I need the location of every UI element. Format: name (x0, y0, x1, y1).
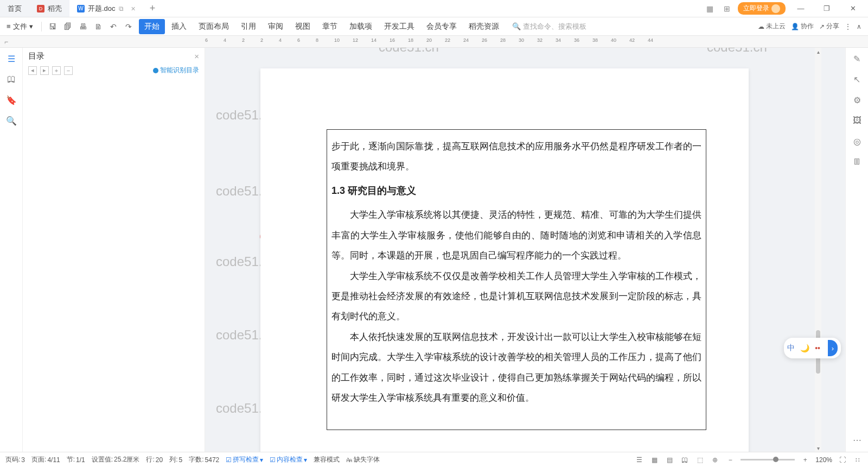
status-missing-font[interactable]: 🗛 缺失字体 (346, 455, 380, 464)
menu-pagelayout[interactable]: 页面布局 (193, 19, 234, 34)
tab-document[interactable]: W 开题.doc ⧉ × (69, 0, 143, 17)
file-menu[interactable]: ≡ 文件 ▾ (3, 21, 36, 33)
status-more-icon[interactable]: ∷ (853, 455, 863, 465)
zoom-slider[interactable] (741, 459, 795, 460)
collab-button[interactable]: 👤 协作 (791, 22, 814, 31)
view-outline-icon[interactable]: ▤ (665, 455, 674, 465)
zoom-value[interactable]: 120% (815, 456, 832, 464)
status-compat[interactable]: 兼容模式 (314, 455, 340, 464)
view-web-icon[interactable]: ▦ (649, 455, 659, 465)
smart-toc-button[interactable]: 智能识别目录 (153, 66, 199, 75)
close-toc-icon[interactable]: × (194, 52, 199, 61)
ruler-tab-icon[interactable]: ⌐ (4, 38, 8, 46)
menu-section[interactable]: 章节 (317, 19, 343, 34)
collapse-ribbon-icon[interactable]: ∧ (857, 23, 861, 30)
zoom-fit-icon[interactable]: ⊕ (710, 455, 720, 465)
print-preview-icon[interactable]: 🗐 (62, 21, 74, 33)
menu-resources[interactable]: 稻壳资源 (463, 19, 505, 34)
cursor-icon[interactable]: ↖ (851, 73, 864, 86)
status-position[interactable]: 设置值: 25.2厘米 (92, 455, 140, 464)
share-button[interactable]: ↗ 分享 (819, 22, 839, 31)
status-page[interactable]: 页面: 4/11 (31, 455, 60, 464)
more-icon[interactable]: ⋮ (845, 23, 851, 30)
ribbon-icon[interactable]: 🔖 (5, 93, 18, 106)
menu-member[interactable]: 会员专享 (421, 19, 462, 34)
translate-icon[interactable]: 🖼 (851, 114, 864, 127)
main-menu: 开始 插入 页面布局 引用 审阅 视图 章节 加载项 开发工具 会员专享 稻壳资… (139, 19, 505, 34)
status-row[interactable]: 行: 20 (146, 455, 163, 464)
paragraph[interactable]: 本人依托快速发展的互联网信息技术，开发设计出一款可以让大学生入校审核能够在短时间… (331, 327, 701, 408)
search-rail-icon[interactable]: 🔍 (5, 114, 18, 127)
minimize-button[interactable]: — (790, 1, 812, 17)
popout-icon[interactable]: ⧉ (119, 5, 124, 12)
apps-icon[interactable]: ⊞ (720, 2, 733, 15)
watermark: code51.cn (379, 48, 439, 55)
close-tab-icon[interactable]: × (131, 4, 136, 13)
heading-1-3[interactable]: 1.3 研究目的与意义 (331, 180, 701, 202)
cloud-status[interactable]: ☁ 未上云 (758, 22, 786, 31)
word-icon: W (77, 5, 85, 12)
docker-icon: D (37, 5, 44, 12)
zoom-out-icon[interactable]: − (725, 455, 735, 465)
scroll-up-icon[interactable]: ▴ (815, 48, 821, 55)
fullscreen-icon[interactable]: ⛶ (838, 455, 847, 465)
scroll-down-icon[interactable]: ▾ (815, 444, 821, 452)
redo-icon[interactable]: ↷ (123, 21, 135, 33)
ime-dots-icon[interactable]: •• (815, 344, 820, 352)
ime-lang[interactable]: 中 (787, 343, 795, 353)
undo-icon[interactable]: ↶ (107, 21, 119, 33)
command-search[interactable]: 🔍 查找命令、搜索模板 (512, 22, 586, 31)
view-read-icon[interactable]: 🕮 (680, 455, 690, 465)
new-tab-button[interactable]: + (143, 0, 162, 17)
status-page-num[interactable]: 页码: 3 (5, 455, 25, 464)
bookmark-rail-icon[interactable]: 🕮 (5, 73, 18, 86)
status-spellcheck[interactable]: ☑ 拼写检查 ▾ (226, 455, 263, 464)
menu-view[interactable]: 视图 (290, 19, 316, 34)
menu-insert[interactable]: 插入 (166, 19, 192, 34)
view-fullwidth-icon[interactable]: ⬚ (695, 455, 705, 465)
ime-moon-icon[interactable]: 🌙 (800, 344, 809, 352)
menu-addins[interactable]: 加载项 (344, 19, 378, 34)
maximize-button[interactable]: ❐ (816, 1, 838, 17)
view-print-icon[interactable]: ☰ (634, 455, 644, 465)
document-area[interactable]: code51.cn code51.cn code51.cn code51.cn … (205, 48, 845, 452)
target-icon[interactable]: ◎ (851, 135, 864, 148)
menu-references[interactable]: 引用 (235, 19, 261, 34)
menu-review[interactable]: 审阅 (263, 19, 289, 34)
layout-icon[interactable]: ▦ (703, 2, 716, 15)
save-icon[interactable]: 🖫 (47, 21, 59, 33)
page-rail-icon[interactable]: 🗏 (851, 155, 864, 168)
paragraph[interactable]: 步于此，逐渐向国际靠拢，提高互联网信息技术的应用服务水平仍然是程序研发工作者的一… (331, 136, 701, 177)
status-section[interactable]: 节: 1/1 (67, 455, 85, 464)
horizontal-ruler[interactable]: 6422468101214161820222426283032343638404… (205, 36, 868, 47)
title-bar: 首页 D稻壳 W 开题.doc ⧉ × + ▦ ⊞ 立即登录 — ❐ ✕ (0, 0, 868, 17)
paragraph[interactable]: 大学生入学审核系统将以其便捷、灵活的特性，更规范、精准、可靠的为大学生们提供丰富… (331, 205, 701, 266)
settings-rail-icon[interactable]: ⚙ (851, 93, 864, 106)
more-rail-icon[interactable]: ⋯ (851, 433, 864, 446)
left-rail: ☰ 🕮 🔖 🔍 (0, 48, 23, 452)
menu-start[interactable]: 开始 (139, 19, 165, 34)
paragraph[interactable]: 大学生入学审核系统不仅仅是改善学校相关工作人员管理大学生入学审核的工作模式，更是… (331, 266, 701, 327)
tab-docker[interactable]: D稻壳 (29, 0, 69, 17)
close-window-button[interactable]: ✕ (842, 1, 864, 17)
toc-expand-icon[interactable]: ▸ (40, 66, 49, 75)
ime-expand-icon[interactable]: › (828, 340, 838, 356)
menu-bar: ≡ 文件 ▾ 🖫 🗐 🖶 🗎 ↶ ↷ 开始 插入 页面布局 引用 审阅 视图 章… (0, 17, 868, 36)
status-words[interactable]: 字数: 5472 (189, 455, 219, 464)
outline-icon[interactable]: ☰ (5, 52, 18, 65)
pencil-icon[interactable]: ✎ (851, 52, 864, 65)
menu-devtools[interactable]: 开发工具 (379, 19, 420, 34)
export-icon[interactable]: 🗎 (92, 21, 104, 33)
print-icon[interactable]: 🖶 (77, 21, 89, 33)
toc-remove-icon[interactable]: − (64, 66, 73, 75)
ime-bar[interactable]: 中 🌙 •• › (784, 338, 841, 358)
avatar-icon (771, 4, 780, 13)
zoom-in-icon[interactable]: + (800, 455, 810, 465)
status-contentcheck[interactable]: ☑ 内容检查 ▾ (270, 455, 307, 464)
status-col[interactable]: 列: 5 (169, 455, 182, 464)
tab-home[interactable]: 首页 (0, 0, 29, 17)
vertical-scrollbar[interactable]: ▴ ▾ (815, 48, 821, 452)
toc-collapse-icon[interactable]: ◂ (28, 66, 37, 75)
login-button[interactable]: 立即登录 (738, 2, 786, 15)
toc-add-icon[interactable]: + (52, 66, 61, 75)
